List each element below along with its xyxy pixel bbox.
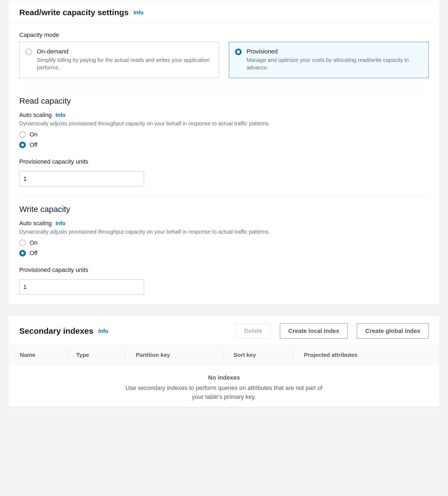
read-autoscaling-off[interactable]: Off [19,141,429,148]
write-autoscaling-on[interactable]: On [19,239,429,246]
read-autoscaling-radios: On Off [19,131,429,148]
capacity-mode-options: On-demand Simplify billing by paying for… [19,42,429,78]
read-units-input[interactable] [19,171,144,186]
radio-icon [19,131,26,138]
si-panel-title: Secondary indexes [19,326,93,336]
ondemand-desc: Simplify billing by paying for the actua… [37,56,212,71]
divider [19,88,429,88]
capacity-mode-ondemand[interactable]: On-demand Simplify billing by paying for… [19,42,219,78]
si-info-link[interactable]: Info [98,328,108,334]
si-empty-desc: Use secondary indexes to perform queries… [121,383,327,401]
si-panel-header: Secondary indexes Info Delete Create loc… [8,316,440,345]
provisioned-title: Provisioned [247,48,422,55]
radio-icon [19,240,26,246]
write-autoscaling-helper: Dynamically adjusts provisioned throughp… [19,228,429,236]
col-projected-attributes[interactable]: Projected attributes [293,346,440,364]
read-autoscaling-helper: Dynamically adjusts provisioned throughp… [19,120,429,127]
write-units-input[interactable] [19,279,144,295]
capacity-mode-label: Capacity mode [19,31,429,39]
radio-icon [25,49,32,55]
create-global-index-button[interactable]: Create global index [357,323,429,339]
col-type[interactable]: Type [68,346,125,364]
rw-panel-body: Capacity mode On-demand Simplify billing… [8,24,440,304]
read-autoscaling-on[interactable]: On [19,131,429,138]
write-autoscaling-label: Auto scaling [19,220,52,227]
read-capacity-heading: Read capacity [19,96,429,106]
radio-icon [19,250,26,256]
si-table-header: Name Type Partition key Sort key Project… [8,345,440,364]
rw-panel-header: Read/write capacity settings Info [8,0,440,24]
write-autoscaling-info[interactable]: Info [56,220,66,227]
capacity-mode-provisioned[interactable]: Provisioned Manage and optimize your cos… [229,42,429,78]
si-empty-state: No indexes Use secondary indexes to perf… [8,364,440,407]
write-units-label: Provisioned capacity units [19,266,429,274]
divider [19,196,429,196]
read-autoscaling-info[interactable]: Info [56,112,66,118]
read-autoscaling-label: Auto scaling [19,112,52,119]
read-units-label: Provisioned capacity units [19,158,429,165]
write-capacity-heading: Write capacity [19,205,429,214]
write-autoscaling-off[interactable]: Off [19,250,429,257]
secondary-indexes-panel: Secondary indexes Info Delete Create loc… [8,316,440,407]
rw-panel-title: Read/write capacity settings [19,8,129,17]
col-sort-key[interactable]: Sort key [223,346,293,364]
rw-info-link[interactable]: Info [133,9,143,16]
rw-capacity-panel: Read/write capacity settings Info Capaci… [8,0,440,305]
write-autoscaling-radios: On Off [19,239,429,257]
radio-icon [19,142,26,148]
provisioned-desc: Manage and optimize your costs by alloca… [247,56,422,71]
col-partition-key[interactable]: Partition key [125,346,223,364]
ondemand-title: On-demand [37,48,212,55]
delete-index-button: Delete [236,323,271,339]
create-local-index-button[interactable]: Create local index [280,323,348,339]
col-name[interactable]: Name [8,346,68,364]
radio-icon [235,49,242,55]
si-empty-title: No indexes [14,374,434,381]
